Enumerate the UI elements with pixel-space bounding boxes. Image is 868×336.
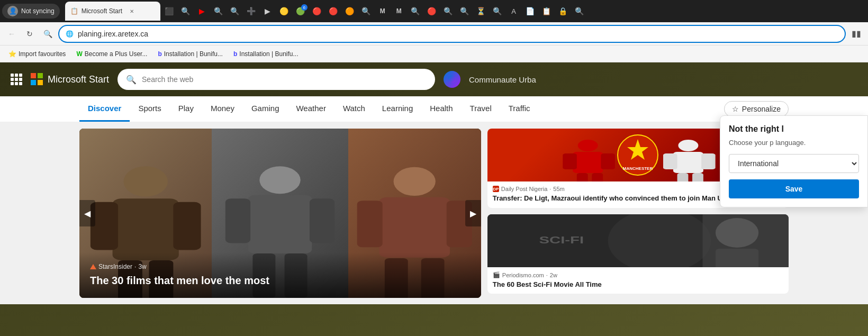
ms-search-input[interactable]: [142, 75, 427, 84]
tab-active[interactable]: 📋 Microsoft Start ✕: [65, 2, 160, 21]
tab-icon-27[interactable]: 🔍: [572, 3, 587, 19]
tab-close-button[interactable]: ✕: [128, 7, 136, 15]
nav-item-money[interactable]: Money: [202, 96, 243, 122]
search-button[interactable]: 🔍: [40, 26, 55, 41]
nav-item-travel[interactable]: Travel: [462, 96, 500, 122]
address-bar[interactable]: 🌐: [58, 25, 846, 43]
bookmark-bunifu-1[interactable]: b Installation | Bunifu...: [153, 48, 227, 60]
ms-search-icon: 🔍: [126, 75, 137, 85]
sq-blue: [31, 80, 36, 85]
card-scifi-source: 🎬 Periodismo.com · 2w: [493, 271, 783, 278]
tab-icon-15[interactable]: M: [375, 3, 391, 19]
address-input[interactable]: [78, 30, 838, 38]
language-popup: Not the right l Choose your p language. …: [720, 115, 868, 207]
tab-favicon: 📋: [70, 7, 78, 15]
tab-icon-18[interactable]: 🔴: [424, 3, 440, 19]
grid-dot: [15, 74, 18, 77]
tab-icon-12[interactable]: 🔴: [326, 3, 341, 19]
bookmark-plus-icon: W: [76, 50, 82, 58]
grid-dot: [11, 78, 14, 81]
svg-rect-25: [592, 173, 603, 181]
ms-header: Microsoft Start 🔍 Communaute Urba: [0, 62, 868, 96]
ms-grid-button[interactable]: [11, 74, 22, 85]
nav-item-gaming[interactable]: Gaming: [243, 96, 288, 122]
nav-item-watch[interactable]: Watch: [334, 96, 374, 122]
refresh-button[interactable]: ↻: [22, 26, 37, 41]
card-prev-button[interactable]: ◀: [79, 200, 95, 226]
bookmark-plus[interactable]: W Become a Plus User...: [72, 48, 151, 60]
grid-dot: [11, 74, 14, 77]
tab-icon-11[interactable]: 🔴: [309, 3, 325, 19]
bookmark-import[interactable]: ⭐ Import favourites: [4, 48, 70, 60]
tab-icon-7[interactable]: ➕: [243, 3, 259, 19]
svg-point-12: [394, 167, 436, 195]
card-scifi-image: SCI-FI: [487, 214, 789, 267]
svg-point-36: [608, 214, 711, 267]
nav-item-discover[interactable]: Discover: [79, 96, 130, 122]
tab-bar: 👤 Not syncing 📋 Microsoft Start ✕ ⬛ 🔍 ▶ …: [0, 0, 868, 22]
tab-icon-19[interactable]: 🔍: [440, 3, 456, 19]
nav-item-weather[interactable]: Weather: [287, 96, 334, 122]
ms-start-title: Microsoft Start: [48, 74, 109, 85]
nav-item-health[interactable]: Health: [421, 96, 461, 122]
profile-button[interactable]: 👤 Not syncing: [2, 4, 60, 19]
nav-item-play[interactable]: Play: [170, 96, 202, 122]
popup-title: Not the right l: [729, 124, 859, 134]
card-next-button[interactable]: ▶: [465, 200, 481, 226]
ms-logo: Microsoft Start: [31, 73, 109, 86]
tab-icon-9[interactable]: 🟡: [276, 3, 292, 19]
svg-rect-23: [601, 153, 615, 169]
tab-icon-25[interactable]: 📋: [539, 3, 555, 19]
tab-icon-23[interactable]: A: [506, 3, 522, 19]
popup-save-button[interactable]: Save: [729, 179, 859, 198]
main-card-time: ·: [134, 263, 136, 270]
tab-icon-17[interactable]: 🔍: [408, 3, 423, 19]
nav-item-traffic[interactable]: Traffic: [500, 96, 539, 122]
split-view-button[interactable]: ▮▮: [849, 26, 864, 41]
tab-icon-10[interactable]: 🟢 6: [293, 3, 309, 19]
card-scifi-source-name: Periodismo.com: [502, 272, 544, 278]
svg-rect-29: [701, 153, 716, 169]
svg-point-20: [578, 140, 598, 151]
nav-item-learning[interactable]: Learning: [374, 96, 421, 122]
tab-icon-5[interactable]: 🔍: [211, 3, 227, 19]
tab-icon-16[interactable]: M: [391, 3, 407, 19]
tab-icon-20[interactable]: 🔍: [457, 3, 473, 19]
main-card-source: StarsInsider · 3w: [90, 263, 471, 270]
main-card[interactable]: ◀ ▶ StarsInsider · 3w The 30 films that …: [79, 129, 481, 298]
bookmark-import-icon: ⭐: [8, 50, 16, 58]
tab-icon-4[interactable]: ▶: [194, 3, 210, 19]
copilot-button[interactable]: [444, 71, 460, 88]
grid-dot: [11, 82, 14, 85]
main-card-title: The 30 films that men love the most: [90, 274, 471, 287]
tab-icon-3[interactable]: 🔍: [178, 3, 194, 19]
svg-point-6: [260, 166, 301, 194]
tab-icon-13[interactable]: 🟠: [342, 3, 358, 19]
nav-item-sports[interactable]: Sports: [130, 96, 169, 122]
profile-label: Not syncing: [21, 7, 55, 15]
tab-icon-2[interactable]: ⬛: [161, 3, 177, 19]
back-button[interactable]: ←: [4, 26, 19, 41]
svg-rect-24: [577, 173, 588, 181]
svg-rect-28: [663, 153, 677, 169]
personalize-button[interactable]: ☆ Personalize: [724, 101, 789, 117]
address-icon: 🌐: [66, 30, 74, 38]
popup-subtitle: Choose your p language.: [729, 138, 859, 148]
bookmarks-bar: ⭐ Import favourites W Become a Plus User…: [0, 46, 868, 62]
language-select[interactable]: International: [729, 154, 859, 173]
grid-dot: [15, 82, 18, 85]
tab-icon-14[interactable]: 🔍: [358, 3, 374, 19]
bookmark-bunifu-2[interactable]: b Installation | Bunifu...: [229, 48, 303, 60]
tab-icon-26[interactable]: 🔒: [555, 3, 571, 19]
tab-icon-24[interactable]: 📄: [522, 3, 538, 19]
tab-icon-21[interactable]: ⏳: [473, 3, 489, 19]
card-man-utd-time: 55m: [553, 186, 564, 192]
tab-icon-6[interactable]: 🔍: [227, 3, 243, 19]
grid-dot: [19, 78, 22, 81]
card-scifi[interactable]: SCI-FI 🎬 Periodismo.com · 2w The 60 Best…: [487, 214, 789, 294]
bookmark-bunifu-1-icon: b: [158, 50, 161, 58]
svg-rect-30: [677, 173, 688, 181]
tab-icon-22[interactable]: 🔍: [490, 3, 505, 19]
tab-icon-8[interactable]: ▶: [260, 3, 276, 19]
ms-search-bar[interactable]: 🔍: [117, 69, 435, 90]
